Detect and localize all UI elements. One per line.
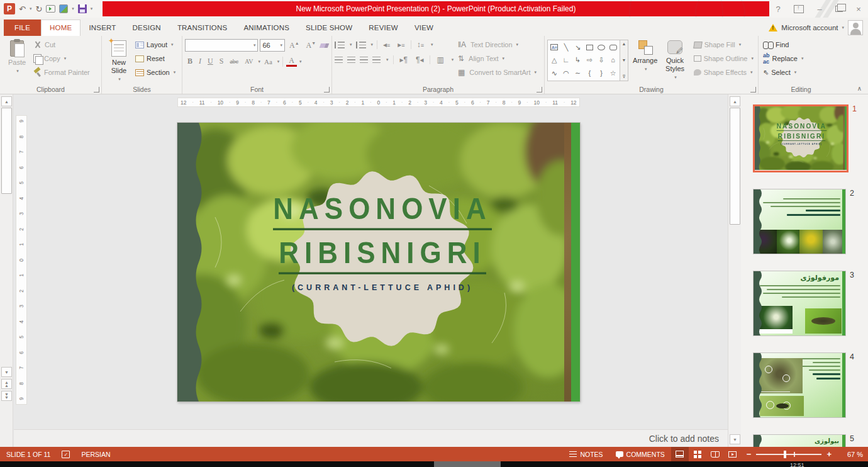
align-text-button[interactable]: ⇅Align Text▾: [454, 52, 538, 65]
increase-indent-icon[interactable]: ▸≡: [396, 40, 406, 50]
comments-toggle-button[interactable]: COMMENTS: [609, 447, 671, 461]
zoom-level[interactable]: 67 %: [837, 451, 863, 458]
tab-view[interactable]: VIEW: [406, 20, 442, 36]
copy-button[interactable]: Copy▾: [31, 52, 92, 65]
decrease-indent-icon[interactable]: ◂≡: [381, 40, 392, 50]
next-slide-button[interactable]: ▼▼: [1, 391, 12, 401]
slide-subtitle[interactable]: (CURRANT-LETTUCE APHID): [772, 143, 831, 145]
ink-tool-icon[interactable]: [59, 4, 68, 13]
replace-button[interactable]: abacReplace▾: [761, 52, 841, 65]
scroll-down-icon[interactable]: ▼: [1, 367, 12, 377]
bullets-icon[interactable]: [335, 42, 345, 48]
start-from-beginning-icon[interactable]: [46, 5, 55, 13]
tab-design[interactable]: DESIGN: [125, 20, 169, 36]
change-case-button[interactable]: Aa: [262, 57, 275, 66]
select-button[interactable]: ⇖Select▾: [761, 65, 841, 79]
clipboard-dialog-launcher-icon[interactable]: [94, 87, 99, 93]
columns-icon[interactable]: ▥: [435, 55, 445, 65]
slide-show-button[interactable]: [724, 447, 742, 461]
shape-oval[interactable]: [598, 45, 605, 50]
previous-slide-button[interactable]: ▲▲: [1, 379, 12, 389]
arrange-button[interactable]: Arrange▾: [632, 38, 658, 83]
shape-freeform[interactable]: ⌂: [611, 57, 615, 64]
shape-arrow[interactable]: ↘: [575, 44, 581, 51]
scrollbar-thumb[interactable]: [730, 108, 740, 225]
align-center-icon[interactable]: [347, 57, 355, 64]
zoom-in-button[interactable]: +: [826, 449, 832, 459]
tab-home[interactable]: HOME: [41, 20, 81, 36]
slide-subtitle[interactable]: (CURRANT-LETTUCE APHID): [253, 283, 512, 292]
slide-thumbnail-2[interactable]: [753, 189, 846, 254]
align-right-icon[interactable]: [360, 57, 368, 64]
shape-right-arrow[interactable]: ⇨: [587, 57, 593, 64]
zoom-out-button[interactable]: −: [747, 449, 752, 459]
notes-pane[interactable]: Click to add notes: [14, 429, 728, 447]
scroll-up-icon[interactable]: ▲: [730, 96, 740, 106]
rtl-direction-icon[interactable]: ¶◂: [414, 55, 425, 65]
slide-title[interactable]: NASONOVIA RIBISNIGRI: [775, 123, 828, 143]
zoom-slider-thumb[interactable]: [784, 451, 786, 458]
italic-button[interactable]: I: [196, 56, 204, 67]
quick-styles-button[interactable]: Quick Styles▾: [662, 38, 687, 83]
tab-slide-show[interactable]: SLIDE SHOW: [298, 20, 360, 36]
close-button[interactable]: ×: [853, 4, 864, 14]
font-dialog-launcher-icon[interactable]: [324, 87, 330, 93]
undo-button[interactable]: ↶: [19, 4, 26, 14]
tab-animations[interactable]: ANIMATIONS: [235, 20, 298, 36]
new-slide-button[interactable]: New Slide▾: [104, 38, 133, 83]
gallery-down-icon[interactable]: ▼: [622, 58, 626, 62]
normal-view-button[interactable]: [671, 447, 689, 461]
shape-gallery-scrollbar[interactable]: ▲ ▼ ⊽: [620, 40, 628, 81]
slide-thumbnail-4[interactable]: [753, 352, 846, 418]
numbering-icon[interactable]: [356, 42, 366, 48]
tab-review[interactable]: REVIEW: [360, 20, 406, 36]
shape-down-arrow[interactable]: ⇩: [598, 57, 604, 64]
notes-placeholder[interactable]: Click to add notes: [649, 434, 719, 444]
shape-scribble[interactable]: ∿: [552, 70, 557, 77]
align-left-icon[interactable]: [335, 57, 343, 64]
taskbar-item[interactable]: [434, 461, 501, 467]
reset-button[interactable]: Reset: [133, 52, 177, 65]
slide-1[interactable]: NASONOVIA RIBISNIGRI (CURRANT-LETTUCE AP…: [755, 106, 847, 170]
shape-left-brace[interactable]: {: [588, 70, 591, 77]
format-painter-button[interactable]: Format Painter: [31, 65, 92, 79]
shape-textbox[interactable]: A≡: [550, 44, 558, 50]
customize-qat-icon[interactable]: ▾: [91, 6, 93, 11]
drawing-dialog-launcher-icon[interactable]: [750, 87, 756, 93]
undo-dropdown-icon[interactable]: ▾: [30, 6, 32, 11]
tab-insert[interactable]: INSERT: [81, 20, 124, 36]
main-vertical-scrollbar[interactable]: ▲ ▼ ▲▲ ▼▼: [0, 94, 13, 447]
scroll-up-icon[interactable]: ▲: [1, 96, 12, 106]
redo-button[interactable]: ↻: [35, 4, 42, 14]
justify-icon[interactable]: [372, 57, 381, 64]
slide-editor[interactable]: NASONOVIA RIBISNIGRI (CURRANT-LETTUCE AP…: [177, 123, 580, 402]
slide-title[interactable]: NASONOVIA RIBISNIGRI: [265, 193, 499, 281]
shape-arc[interactable]: ◠: [563, 70, 569, 77]
slide-thumbnail-1[interactable]: NASONOVIA RIBISNIGRI (CURRANT-LETTUCE AP…: [753, 104, 849, 172]
scrollbar-thumb[interactable]: [1, 108, 12, 194]
thumbnail-scrollbar[interactable]: ▲ ▼: [728, 94, 741, 447]
increase-font-size-button[interactable]: A▲: [287, 40, 302, 51]
layout-button[interactable]: Layout▾: [133, 38, 177, 52]
slide-sorter-view-button[interactable]: [689, 447, 706, 461]
notes-toggle-button[interactable]: NOTES: [563, 447, 609, 461]
shape-triangle[interactable]: △: [552, 57, 557, 64]
shape-right-brace[interactable]: }: [600, 70, 603, 77]
avatar[interactable]: [848, 20, 863, 35]
text-direction-button[interactable]: ‖AText Direction▾: [454, 38, 538, 52]
font-color-button[interactable]: A: [286, 57, 297, 67]
shape-effects-button[interactable]: Shape Effects▾: [692, 65, 755, 79]
paragraph-dialog-launcher-icon[interactable]: [537, 87, 542, 93]
font-name-combo[interactable]: ▾: [185, 39, 258, 52]
spell-check-icon[interactable]: ✓: [62, 451, 70, 458]
find-button[interactable]: Find: [761, 38, 841, 52]
shape-curve[interactable]: ∼: [575, 70, 581, 77]
clear-formatting-icon[interactable]: [320, 42, 329, 49]
save-icon[interactable]: [78, 4, 87, 13]
character-spacing-button[interactable]: AV: [242, 57, 255, 65]
font-size-combo[interactable]: 66▾: [260, 39, 285, 52]
decrease-font-size-button[interactable]: A▼: [304, 40, 319, 51]
slide-counter[interactable]: SLIDE 1 OF 11: [6, 451, 50, 458]
ltr-direction-icon[interactable]: ▸¶: [398, 55, 409, 65]
account-dropdown-icon[interactable]: ▾: [842, 25, 844, 30]
